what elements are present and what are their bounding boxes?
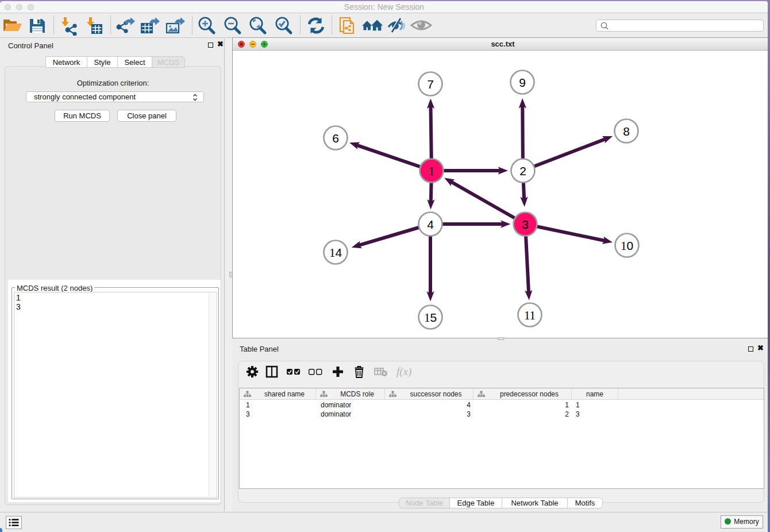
svg-text:2: 2 — [519, 164, 526, 178]
svg-text:14: 14 — [329, 246, 342, 260]
svg-text:11: 11 — [524, 309, 536, 322]
svg-text:8: 8 — [623, 125, 630, 138]
svg-text:9: 9 — [519, 76, 526, 89]
svg-text:7: 7 — [427, 78, 434, 91]
svg-text:3: 3 — [522, 218, 529, 231]
svg-text:10: 10 — [621, 239, 633, 253]
svg-text:6: 6 — [332, 132, 339, 145]
svg-text:4: 4 — [427, 218, 434, 231]
svg-text:15: 15 — [424, 311, 437, 325]
svg-text:1: 1 — [429, 164, 435, 178]
